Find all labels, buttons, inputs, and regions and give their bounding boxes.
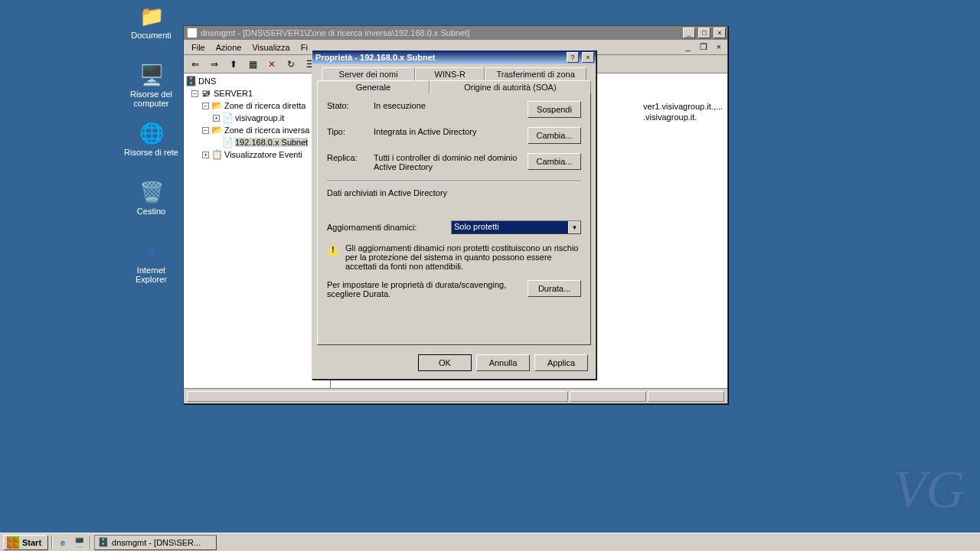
menu-finestra[interactable]: Fi [296, 41, 312, 54]
durata-text: Per impostare le proprietà di durata/sca… [327, 280, 521, 298]
desktop-icon-label: Risorse del computer [122, 90, 180, 108]
trash-icon: 🗑️ [139, 180, 164, 204]
tab-panel-generale: Stato: In esecuzione Sospendi Tipo: Inte… [317, 93, 591, 345]
status-bar [184, 388, 727, 403]
cambia-tipo-button[interactable]: Cambia... [528, 127, 581, 144]
desktop-icon-label: Cestino [122, 207, 180, 216]
aggiornamenti-label: Aggiornamenti dinamici: [327, 223, 446, 232]
app-icon [187, 28, 198, 38]
server-icon: 🖳 [201, 88, 211, 99]
forward-button[interactable]: ⇒ [206, 56, 223, 73]
tree-forward-zones[interactable]: −📂Zone di ricerca diretta [185, 99, 328, 112]
durata-button[interactable]: Durata... [528, 280, 581, 297]
tipo-value: Integrata in Active Directory [374, 127, 523, 136]
back-button[interactable]: ⇐ [187, 56, 204, 73]
collapse-icon[interactable]: − [202, 103, 209, 109]
replica-value: Tutti i controller di dominio nel domini… [374, 153, 523, 171]
warning-text: Gli aggiornamenti dinamici non protetti … [345, 243, 581, 271]
tipo-label: Tipo: [327, 127, 369, 136]
tree-pane[interactable]: 🗄️DNS −🖳SERVER1 −📂Zone di ricerca dirett… [184, 73, 331, 388]
start-label: Start [22, 538, 41, 547]
stato-label: Stato: [327, 101, 369, 110]
close-button[interactable]: × [582, 52, 594, 63]
event-viewer-icon: 📋 [211, 149, 222, 160]
zone-icon: 📄 [222, 112, 233, 123]
quicklaunch-desktop[interactable]: 🖥️ [73, 536, 87, 549]
aggiornamenti-value: Solo protetti [452, 221, 568, 233]
tab-trasferimenti[interactable]: Trasferimenti di zona [485, 67, 586, 80]
tree-zone-192-168-0[interactable]: 📄192.168.0.x Subnet [185, 136, 328, 148]
expand-icon[interactable]: + [202, 152, 209, 158]
desktop-icon-risorse-computer[interactable]: 🖥️ Risorse del computer [122, 63, 180, 108]
desktop-icon-cestino[interactable]: 🗑️ Cestino [122, 180, 180, 216]
up-button[interactable]: ⬆ [225, 56, 242, 73]
taskbar: Start e 🖥️ 🗄️ dnsmgmt - [DNS\SER... [0, 533, 980, 551]
start-button[interactable]: Start [3, 535, 48, 550]
task-label: dnsmgmt - [DNS\SER... [112, 538, 201, 547]
dialog-titlebar[interactable]: Proprietà - 192.168.0.x Subnet ? × [312, 51, 596, 64]
desktop-icon-label: Internet Explorer [122, 266, 180, 284]
folder-icon: 📁 [139, 4, 164, 28]
refresh-button[interactable]: ↻ [283, 56, 299, 73]
child-close-button[interactable]: × [712, 41, 726, 54]
desktop-icon-risorse-rete[interactable]: 🌐 Risorse di rete [122, 121, 180, 157]
tree-root[interactable]: 🗄️DNS [185, 75, 328, 87]
collapse-icon[interactable]: − [191, 90, 198, 97]
delete-button[interactable]: ✕ [263, 56, 280, 73]
desktop-icon-ie[interactable]: e Internet Explorer [122, 239, 180, 284]
tab-soa[interactable]: Origine di autorità (SOA) [430, 80, 591, 93]
menu-azione[interactable]: Azione [211, 41, 247, 54]
collapse-icon[interactable]: − [202, 127, 209, 134]
ok-button[interactable]: OK [418, 354, 472, 371]
close-button[interactable]: × [714, 28, 726, 38]
menu-visualizza[interactable]: Visualizza [247, 41, 294, 54]
aggiornamenti-combo[interactable]: Solo protetti ▼ [451, 220, 581, 234]
mmc-titlebar[interactable]: dnsmgmt - [DNS\SERVER1\Zone di ricerca i… [184, 26, 727, 40]
properties-dialog: Proprietà - 192.168.0.x Subnet ? × Serve… [312, 50, 596, 380]
help-button[interactable]: ? [567, 52, 579, 63]
replica-label: Replica: [327, 153, 369, 162]
tree-zone-visivagroup[interactable]: +📄visivagroup.it [185, 112, 328, 124]
tab-server-dei-nomi[interactable]: Server dei nomi [322, 67, 415, 80]
chevron-down-icon[interactable]: ▼ [568, 221, 580, 233]
tab-wins-r[interactable]: WINS-R [415, 67, 485, 80]
maximize-button[interactable]: □ [698, 28, 710, 38]
applica-button[interactable]: Applica [534, 354, 588, 371]
show-hide-tree-button[interactable]: ▦ [244, 56, 261, 73]
folder-icon: 📂 [211, 100, 222, 111]
menu-file[interactable]: File [187, 41, 210, 54]
expand-icon[interactable]: + [213, 115, 220, 122]
quicklaunch-ie[interactable]: e [56, 536, 70, 549]
tree-server[interactable]: −🖳SERVER1 [185, 87, 328, 99]
list-item[interactable]: ver1.visivagroup.it.,... [642, 101, 724, 112]
archiviati-text: Dati archiviati in Active Directory [327, 188, 581, 197]
desktop-icon-label: Documenti [122, 31, 180, 40]
stato-value: In esecuzione [374, 101, 523, 110]
taskbar-task-dnsmgmt[interactable]: 🗄️ dnsmgmt - [DNS\SER... [94, 535, 217, 550]
child-restore-button[interactable]: ❐ [695, 41, 712, 54]
folder-icon: 📂 [211, 125, 222, 135]
desktop-icon-label: Risorse di rete [122, 148, 180, 157]
wallpaper-logo: VG [893, 459, 965, 520]
zone-icon: 📄 [222, 137, 233, 148]
mmc-title: dnsmgmt - [DNS\SERVER1\Zone di ricerca i… [201, 28, 680, 37]
annulla-button[interactable]: Annulla [476, 354, 530, 371]
ie-icon: e [139, 239, 164, 263]
child-minimize-button[interactable]: _ [681, 41, 694, 54]
tree-reverse-zones[interactable]: −📂Zone di ricerca inversa [185, 124, 328, 136]
dns-icon: 🗄️ [185, 76, 196, 86]
warning-icon: ! [327, 243, 339, 256]
computer-icon: 🖥️ [139, 63, 164, 87]
tree-event-viewer[interactable]: +📋Visualizzatore Eventi [185, 148, 328, 161]
desktop-icon-documenti[interactable]: 📁 Documenti [122, 4, 180, 40]
app-icon: 🗄️ [98, 537, 109, 547]
sospendi-button[interactable]: Sospendi [528, 101, 581, 118]
cambia-replica-button[interactable]: Cambia... [528, 153, 581, 170]
windows-icon [7, 536, 19, 549]
network-icon: 🌐 [139, 121, 164, 145]
tab-generale[interactable]: Generale [317, 80, 430, 93]
dialog-title: Proprietà - 192.168.0.x Subnet [315, 53, 564, 62]
list-item[interactable]: .visivagroup.it. [642, 112, 724, 122]
minimize-button[interactable]: _ [683, 28, 695, 38]
